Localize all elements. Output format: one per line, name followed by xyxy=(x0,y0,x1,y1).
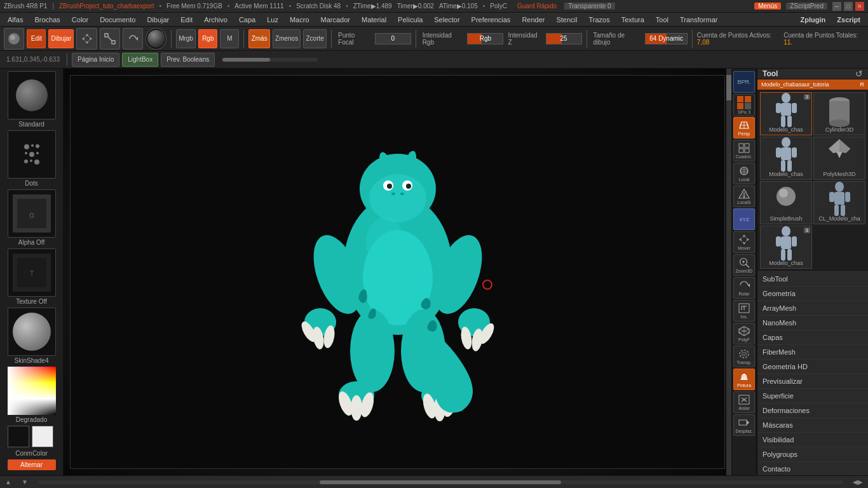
mover-icon-button[interactable]: Mover xyxy=(733,231,755,253)
pagina-inicio-button[interactable]: Página Inicio xyxy=(72,53,119,67)
capas-header[interactable]: Capas xyxy=(757,330,868,344)
zcorte-button[interactable]: Zcorte xyxy=(303,29,327,48)
previsualizar-header[interactable]: Previsualizar xyxy=(757,374,868,388)
menu-marcador[interactable]: Marcador xyxy=(316,15,355,25)
cuadricula-button[interactable]: Cuadríc. xyxy=(733,140,755,161)
material-sphere[interactable] xyxy=(146,28,166,50)
menu-pelicula[interactable]: Película xyxy=(393,15,428,25)
dibujar-button[interactable]: Dibujar xyxy=(48,29,74,48)
status-nav[interactable]: ◀▶ xyxy=(853,478,863,485)
menu-macro[interactable]: Macro xyxy=(285,15,315,25)
zscriptpred-btn[interactable]: ZScriptPred xyxy=(786,3,827,10)
minimize-button[interactable]: ─ xyxy=(832,2,841,11)
menu-stencil[interactable]: Stencil xyxy=(551,15,582,25)
dots-brush-item[interactable]: Dots xyxy=(3,130,60,187)
persp-button[interactable]: Persp xyxy=(733,117,755,139)
polyf-button[interactable]: PolyF xyxy=(733,323,755,344)
alternar-button[interactable]: Alternar xyxy=(8,459,56,470)
black-swatch[interactable] xyxy=(8,426,29,447)
zmenos-button[interactable]: Zmenos xyxy=(273,29,301,48)
polygroups-header[interactable]: Polygroups xyxy=(757,447,868,461)
contacto-header[interactable]: Contacto xyxy=(757,462,868,475)
menu-render[interactable]: Render xyxy=(517,15,550,25)
zoom3d-button[interactable]: Zoom3D xyxy=(733,254,755,276)
status-scrollbar[interactable] xyxy=(38,480,843,484)
mover-toolbar-button[interactable] xyxy=(76,28,97,50)
tool-item-cylinder[interactable]: Cylinder3D xyxy=(813,92,865,135)
lightbox-button[interactable]: LightBox xyxy=(122,53,158,67)
tool-item-modelo1[interactable]: 3 Modelo_chas xyxy=(760,92,812,135)
tool-item-modelo3[interactable]: 3 Modelo_chas xyxy=(760,226,812,269)
superficie-header[interactable]: Superficie xyxy=(757,389,868,403)
m-button[interactable]: M xyxy=(220,29,239,48)
menu-alfas[interactable]: Alfas xyxy=(3,15,28,25)
rotar-icon-button[interactable]: Rotar xyxy=(733,277,755,299)
menu-transformar[interactable]: Transformar xyxy=(675,15,723,25)
menu-color[interactable]: Color xyxy=(67,15,93,25)
escalar-button[interactable] xyxy=(100,28,120,50)
white-swatch[interactable] xyxy=(32,426,53,447)
close-button[interactable]: ✕ xyxy=(855,2,864,11)
aislar-button[interactable]: Aislar xyxy=(733,391,755,413)
menu-material[interactable]: Material xyxy=(356,15,391,25)
menu-zscript[interactable]: Zscript xyxy=(832,15,865,25)
color-gradient-swatch[interactable] xyxy=(8,367,56,415)
ins-button[interactable]: Ins. xyxy=(733,300,755,322)
menu-preferencias[interactable]: Preferencias xyxy=(466,15,516,25)
punto-focal-slider[interactable]: 0 xyxy=(375,33,411,44)
menu-archivo[interactable]: Archivo xyxy=(199,15,233,25)
geometriahd-header[interactable]: Geometría HD xyxy=(757,360,868,374)
intensidad-rgb-slider[interactable]: Rgb xyxy=(467,33,503,44)
status-up-arrow[interactable]: ▲ xyxy=(5,478,11,485)
desplaz-button[interactable]: Desplaz. xyxy=(733,414,755,436)
menu-dibujar[interactable]: Dibujar xyxy=(142,15,174,25)
menu-brochas[interactable]: Brochas xyxy=(29,15,65,25)
pintura-button[interactable]: Pintura xyxy=(733,369,755,390)
rotar-button[interactable] xyxy=(123,28,143,50)
local-button[interactable]: Local xyxy=(733,163,755,184)
menu-zplugin[interactable]: Zplugin xyxy=(796,15,831,25)
menu-documento[interactable]: Documento xyxy=(95,15,140,25)
tool-item-simplebrush[interactable]: SimpleBrush xyxy=(760,181,812,224)
rgb-button[interactable]: Rgb xyxy=(198,29,217,48)
canvas-scroll[interactable] xyxy=(726,69,731,475)
xyz-button[interactable]: XYZ xyxy=(733,208,755,230)
menu-trazos[interactable]: Trazos xyxy=(583,15,614,25)
arraymesh-header[interactable]: ArrayMesh xyxy=(757,301,868,315)
texture-off-item[interactable]: T Texture Off xyxy=(3,248,60,305)
bpr-button[interactable]: BPR. xyxy=(733,71,755,93)
lightbox-slider[interactable] xyxy=(222,58,318,62)
spix-button[interactable]: SPix 3 xyxy=(733,94,755,116)
mrgb-button[interactable]: Mrgb xyxy=(176,29,196,48)
mascaras-header[interactable]: Máscaras xyxy=(757,418,868,432)
tool-item-polymesh[interactable]: PolyMesh3D xyxy=(813,137,865,180)
tool-item-clmodelo[interactable]: CL_Modelo_cha xyxy=(813,181,865,224)
nanomesh-header[interactable]: NanoMesh xyxy=(757,316,868,330)
canvas-area[interactable] xyxy=(64,69,731,475)
fibermesh-header[interactable]: FiberMesh xyxy=(757,345,868,359)
alpha-off-item[interactable]: α Alpha Off xyxy=(3,189,60,246)
menu-selector[interactable]: Selector xyxy=(429,15,465,25)
prev-booleans-button[interactable]: Prev. Booleans xyxy=(161,53,215,67)
deformaciones-header[interactable]: Deformaciones xyxy=(757,403,868,417)
brush-icon-btn[interactable] xyxy=(4,28,24,50)
tool-item-modelo2[interactable]: Modelo_chas xyxy=(760,137,812,180)
intensidad-z-slider[interactable]: 25 xyxy=(546,33,582,44)
color-picker[interactable]: Degradado xyxy=(3,367,60,423)
status-down-arrow[interactable]: ▼ xyxy=(22,478,28,485)
subtool-header[interactable]: SubTool xyxy=(757,272,868,286)
refresh-button[interactable]: ↺ xyxy=(855,69,863,79)
menus-btn[interactable]: Menús xyxy=(754,3,781,10)
maximize-button[interactable]: □ xyxy=(844,2,853,11)
menu-textura[interactable]: Textura xyxy=(616,15,649,25)
tamanio-slider[interactable]: 64 Dynamic xyxy=(645,33,687,44)
edit-button[interactable]: Edit xyxy=(27,29,46,48)
locals-button[interactable]: LocalS xyxy=(733,186,755,207)
menu-edit[interactable]: Edit xyxy=(175,15,198,25)
zmas-button[interactable]: Zmás xyxy=(248,29,270,48)
visibilidad-header[interactable]: Visibilidad xyxy=(757,433,868,447)
menu-luz[interactable]: Luz xyxy=(262,15,283,25)
geometria-header[interactable]: Geometría xyxy=(757,287,868,301)
menu-capa[interactable]: Capa xyxy=(234,15,261,25)
skinshade-item[interactable]: SkinShade4 xyxy=(3,308,60,364)
